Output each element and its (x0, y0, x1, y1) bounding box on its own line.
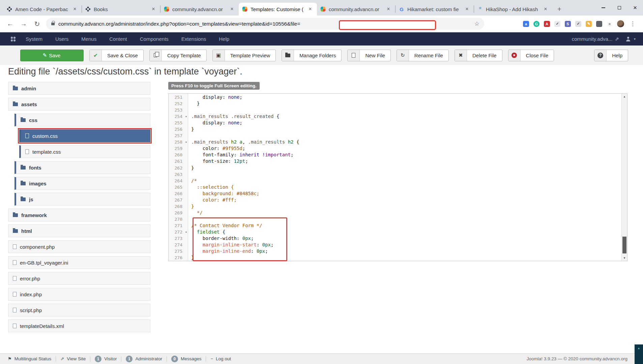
view-site-link[interactable]: community.adva... ⇗ (572, 36, 619, 42)
grammarly-extension-icon[interactable]: G (533, 21, 539, 27)
editor-scrollbar[interactable]: ▲ ▼ (621, 94, 627, 261)
scroll-down-icon[interactable]: ▼ (622, 255, 627, 261)
navbar-right: community.adva... ⇗ ▾ (572, 36, 643, 42)
tree-item-assets[interactable]: assets (8, 98, 150, 111)
line-number: 271 (169, 222, 188, 229)
playlist-extension-icon[interactable]: ≡ (607, 21, 613, 27)
browser-tab[interactable]: Books× (82, 3, 160, 16)
browser-tab[interactable]: *HikaShop - Add Hikash× (474, 3, 552, 16)
notes-extension-icon[interactable]: ✓ (554, 21, 560, 27)
help-button[interactable]: ? Help (594, 50, 628, 61)
screenshot-extension-icon[interactable]: ✎ (586, 21, 592, 27)
line-number: 276 (169, 254, 188, 261)
file-icon (13, 324, 17, 328)
tree-item-label: js (29, 196, 33, 202)
folder-icon (21, 118, 26, 122)
tab-close-icon[interactable]: × (229, 6, 235, 12)
tree-item-script-php[interactable]: script.php (8, 304, 150, 316)
forward-button[interactable]: → (17, 18, 30, 30)
profile-avatar[interactable] (617, 20, 624, 27)
user-menu[interactable]: ▾ (626, 37, 636, 41)
tree-item-index-php[interactable]: index.php (8, 288, 150, 301)
copy-template-button[interactable]: Copy Template (149, 50, 207, 61)
new-file-button[interactable]: New File (347, 50, 390, 61)
view-site-status-item[interactable]: ⇗View Site (56, 356, 90, 361)
back-to-top-button[interactable]: ▲ (635, 344, 643, 364)
tree-item-html[interactable]: html (8, 224, 150, 237)
puzzle-extension-icon[interactable] (596, 21, 602, 27)
tree-item-admin[interactable]: admin (8, 82, 150, 95)
manage-folders-button[interactable]: Manage Folders (282, 50, 342, 61)
tree-item-label: component.php (20, 244, 55, 250)
tree-item-fonts[interactable]: fonts (14, 161, 150, 174)
status-item-label: Log out (216, 356, 231, 361)
tree-item-js[interactable]: js (14, 193, 150, 206)
stylus-extension-icon[interactable]: S (565, 21, 571, 27)
tree-item-template-css[interactable]: template.css (19, 145, 150, 158)
visitor-status-item[interactable]: 1Visitor (90, 356, 121, 362)
fold-icon[interactable]: ▾ (185, 139, 187, 145)
extensions-area: aGA✓S✓✎≡ ⋮ (523, 20, 640, 27)
menu-item-content[interactable]: Content (109, 36, 127, 42)
code-line: color: #fff; (191, 197, 621, 203)
file-icon (25, 133, 29, 138)
fold-icon[interactable]: ▾ (185, 113, 187, 120)
spellcheck-extension-icon[interactable]: ✓ (575, 21, 581, 27)
browser-tab[interactable]: GHikamarket: custom fie× (396, 3, 474, 16)
menu-item-users[interactable]: Users (55, 36, 68, 42)
log-out-status-item[interactable]: −Log out (206, 356, 235, 361)
close-window-button[interactable]: × (627, 0, 643, 16)
rename-file-button[interactable]: ↻Rename File (397, 50, 449, 61)
delete-file-button[interactable]: ✖Delete File (455, 50, 502, 61)
menu-item-help[interactable]: Help (219, 36, 229, 42)
tree-item-framework[interactable]: framework (8, 209, 150, 221)
tree-item-templatedetails-xml[interactable]: templateDetails.xml (8, 320, 150, 332)
browser-tab[interactable]: Templates: Customise (× (239, 3, 317, 16)
copy-icon-cell (150, 50, 162, 61)
tree-item-en-gb-tpl-voyager-ini[interactable]: en-GB.tpl_voyager.ini (8, 256, 150, 269)
line-number: 264 (169, 178, 188, 184)
code-line: font-family: inherit !important; (191, 152, 621, 158)
minimize-button[interactable] (595, 0, 611, 16)
browser-tab[interactable]: community.advancn.or× (317, 3, 395, 16)
administrator-status-item[interactable]: 1Administrator (121, 356, 167, 362)
tree-item-images[interactable]: images (14, 177, 150, 190)
messages-status-item[interactable]: 0Messages (167, 356, 206, 362)
tab-close-icon[interactable]: × (150, 6, 157, 12)
tab-close-icon[interactable]: × (307, 6, 314, 12)
menu-item-components[interactable]: Components (140, 36, 169, 42)
tree-item-error-php[interactable]: error.php (8, 272, 150, 285)
multilingual-status-status-item[interactable]: ⚑Multilingual Status (3, 356, 56, 361)
tree-item-custom-css[interactable]: custom.css (19, 129, 150, 142)
template-preview-button[interactable]: ▣Template Preview (212, 50, 276, 61)
save-button[interactable]: ✎Save (20, 50, 84, 61)
restore-button[interactable] (611, 0, 627, 16)
bookmark-star-icon[interactable]: ☆ (474, 20, 479, 27)
joomla-logo-icon (10, 36, 16, 42)
scroll-up-icon[interactable]: ▲ (622, 94, 627, 99)
new-tab-button[interactable]: + (554, 4, 564, 14)
browser-menu-icon[interactable]: ⋮ (629, 20, 637, 27)
tree-item-css[interactable]: css (14, 114, 150, 126)
menu-item-extensions[interactable]: Extensions (181, 36, 206, 42)
tab-close-icon[interactable]: × (385, 6, 392, 12)
scrollbar-thumb[interactable] (622, 237, 626, 253)
translate-extension-icon[interactable]: a (523, 21, 529, 27)
back-button[interactable]: ← (3, 18, 17, 30)
tab-close-icon[interactable]: × (542, 6, 549, 12)
menu-item-system[interactable]: System (26, 36, 42, 42)
acrobat-extension-icon[interactable]: A (544, 21, 550, 27)
tree-item-component-php[interactable]: component.php (8, 240, 150, 253)
tab-close-icon[interactable]: × (464, 6, 470, 12)
browser-tab[interactable]: community.advancn.or× (160, 3, 239, 16)
line-number: 274 (169, 242, 188, 248)
fold-icon[interactable]: ▾ (185, 229, 187, 235)
save-close-button[interactable]: ✔Save & Close (89, 50, 144, 61)
reload-button[interactable]: ↻ (30, 18, 44, 30)
line-number: 262 (169, 165, 188, 171)
tab-close-icon[interactable]: × (71, 6, 78, 12)
browser-tab[interactable]: Amen Code - Paperbac× (3, 3, 82, 16)
tab-title: Amen Code - Paperbac (15, 6, 71, 12)
menu-item-menus[interactable]: Menus (81, 36, 96, 42)
close-file-button[interactable]: ✖Close File (508, 50, 554, 61)
